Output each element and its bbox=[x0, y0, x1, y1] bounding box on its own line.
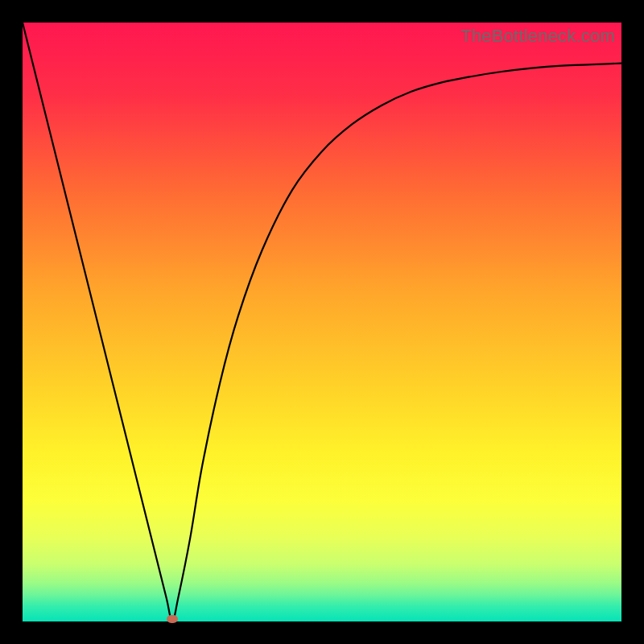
bottleneck-curve bbox=[23, 23, 621, 621]
plot-area: TheBottleneck.com bbox=[23, 23, 621, 621]
optimum-marker bbox=[167, 615, 178, 623]
